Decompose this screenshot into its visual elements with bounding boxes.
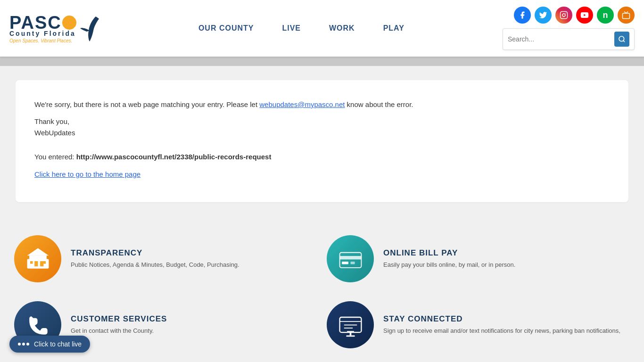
svg-rect-15 — [339, 256, 361, 259]
bill-pay-title: ONLINE BILL PAY — [383, 248, 515, 258]
svg-rect-14 — [339, 252, 361, 267]
thank-you-block: Thank you, WebUpdates — [34, 116, 610, 139]
svg-marker-9 — [27, 248, 49, 255]
svg-rect-23 — [349, 333, 351, 336]
svg-rect-17 — [350, 262, 355, 264]
transparency-icon-wrap — [14, 235, 61, 282]
entered-url-block: You entered: http://www.pascocountyfl.ne… — [34, 153, 610, 161]
youtube-icon[interactable] — [576, 7, 593, 24]
svg-rect-24 — [346, 335, 355, 337]
nextdoor-icon[interactable]: n — [597, 7, 614, 24]
logo-county-text: County Florida — [9, 30, 76, 37]
bill-pay-icon-wrap — [327, 235, 374, 282]
credit-card-icon — [338, 246, 363, 272]
bill-pay-content: ONLINE BILL PAY Easily pay your bills on… — [383, 248, 515, 269]
svg-point-2 — [565, 13, 566, 14]
transparency-content: TRANSPARENCY Public Notices, Agenda & Mi… — [71, 248, 239, 269]
logo-o-circle — [62, 16, 76, 30]
chat-dots-icon — [18, 343, 29, 346]
search-icon — [618, 35, 626, 43]
nav-live[interactable]: LIVE — [282, 19, 301, 37]
svg-rect-4 — [623, 13, 630, 18]
instagram-icon[interactable] — [555, 7, 572, 24]
svg-rect-22 — [347, 331, 354, 333]
svg-rect-0 — [561, 12, 568, 19]
footer-tiles: TRANSPARENCY Public Notices, Agenda & Mi… — [0, 221, 644, 362]
search-button[interactable] — [614, 32, 629, 47]
svg-point-5 — [619, 36, 624, 41]
building-icon — [25, 246, 51, 272]
svg-point-1 — [562, 14, 565, 16]
main-content: We're sorry, but there is not a web page… — [6, 66, 638, 221]
customer-services-desc: Get in contact with the County. — [71, 327, 167, 335]
error-message: We're sorry, but there is not a web page… — [34, 99, 610, 110]
chat-widget[interactable]: Click to chat live — [9, 336, 90, 353]
svg-rect-16 — [342, 262, 348, 264]
svg-rect-12 — [30, 261, 33, 264]
entered-url-value: http://www.pascocountyfl.net/2338/public… — [76, 153, 272, 161]
svg-rect-10 — [34, 261, 38, 266]
error-card: We're sorry, but there is not a web page… — [16, 80, 628, 202]
email-link[interactable]: webupdates@mypasco.net — [259, 100, 345, 108]
logo-bird-icon — [79, 14, 100, 42]
logo-tagline: Open Spaces. Vibrant Places. — [9, 38, 72, 43]
message-icon — [338, 312, 363, 338]
stay-connected-icon-wrap — [327, 301, 374, 348]
transparency-desc: Public Notices, Agenda & Minutes, Budget… — [71, 261, 239, 269]
search-bar — [503, 28, 635, 50]
tile-online-bill-pay[interactable]: ONLINE BILL PAY Easily pay your bills on… — [322, 226, 635, 292]
customer-services-title: CUSTOMER SERVICES — [71, 314, 167, 324]
svg-rect-8 — [29, 255, 47, 260]
svg-line-6 — [623, 41, 625, 42]
nav-play[interactable]: PLAY — [383, 19, 405, 37]
stay-connected-title: STAY CONNECTED — [383, 314, 620, 324]
transparency-title: TRANSPARENCY — [71, 248, 239, 258]
stay-connected-desc: Sign up to receive email and/or text not… — [383, 327, 620, 335]
main-nav: OUR COUNTY LIVE WORK PLAY — [198, 19, 405, 37]
logo-area: PASC County Florida Open Spaces. Vibrant… — [9, 14, 100, 43]
home-page-link[interactable]: Click here to go to the home page — [34, 170, 140, 178]
search-input[interactable] — [508, 35, 612, 43]
nav-our-county[interactable]: OUR COUNTY — [198, 19, 254, 37]
chat-label: Click to chat live — [34, 340, 82, 348]
customer-services-content: CUSTOMER SERVICES Get in contact with th… — [71, 314, 167, 335]
svg-rect-11 — [40, 261, 43, 266]
svg-rect-13 — [43, 261, 46, 264]
phone-icon — [25, 312, 51, 338]
tile-stay-connected[interactable]: STAY CONNECTED Sign up to receive email … — [322, 292, 635, 358]
tile-transparency[interactable]: TRANSPARENCY Public Notices, Agenda & Mi… — [9, 226, 322, 292]
site-header: PASC County Florida Open Spaces. Vibrant… — [0, 0, 644, 57]
facebook-icon[interactable] — [514, 7, 531, 24]
header-right: n — [503, 7, 635, 50]
bill-pay-desc: Easily pay your bills online, by mail, o… — [383, 261, 515, 269]
sub-header-bar — [0, 57, 644, 66]
nav-work[interactable]: WORK — [329, 19, 355, 37]
logo-pasco-text: PASC — [9, 14, 62, 32]
twitter-icon[interactable] — [535, 7, 552, 24]
social-icons: n — [514, 7, 635, 24]
tv-icon[interactable] — [618, 7, 635, 24]
stay-connected-content: STAY CONNECTED Sign up to receive email … — [383, 314, 620, 335]
